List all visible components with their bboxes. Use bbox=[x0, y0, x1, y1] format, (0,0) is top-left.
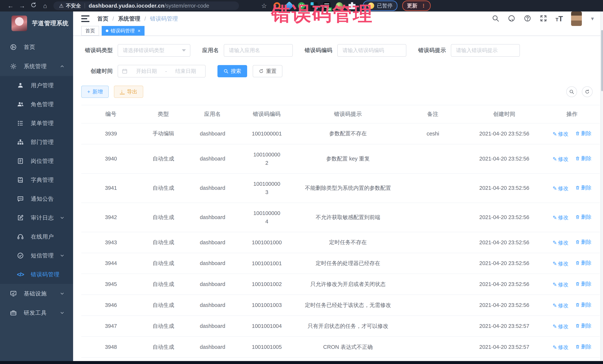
sidebar-item-sms[interactable]: 短信管理 bbox=[0, 246, 73, 265]
table-row: 3946 自动生成 dashboard 1001001003 定时任务已经处于该… bbox=[81, 295, 600, 316]
cell-hint: 不允许获取敏感配置到前端 bbox=[295, 203, 401, 232]
update-button[interactable]: 更新 ⋮ bbox=[402, 0, 431, 11]
edit-link[interactable]: ✎修改 bbox=[553, 185, 568, 192]
sidebar-item-infra[interactable]: 基础设施 bbox=[0, 284, 73, 303]
cell-time: 2021-04-20 23:52:56 bbox=[464, 174, 544, 203]
search-icon[interactable] bbox=[492, 14, 499, 23]
delete-link[interactable]: 删除 bbox=[575, 239, 591, 246]
date-range-picker[interactable]: 开始日期 - 结束日期 bbox=[118, 65, 206, 77]
tab-close-icon[interactable]: × bbox=[138, 28, 140, 34]
tab-home[interactable]: 首页 bbox=[81, 26, 99, 36]
browser-forward-icon[interactable]: → bbox=[16, 2, 28, 10]
app-name-input[interactable] bbox=[224, 44, 293, 57]
browser-back-icon[interactable]: ← bbox=[5, 2, 16, 10]
cell-ops: ✎修改 删除 bbox=[544, 144, 600, 174]
scrollbar-thumb[interactable] bbox=[601, 30, 603, 91]
download-icon bbox=[120, 89, 125, 94]
edit-link[interactable]: ✎修改 bbox=[553, 281, 568, 288]
edit-link[interactable]: ✎修改 bbox=[553, 323, 568, 330]
sidebar-item-home[interactable]: 首页 bbox=[0, 37, 73, 57]
edit-link[interactable]: ✎修改 bbox=[553, 131, 568, 138]
sidebar-item-users[interactable]: 用户管理 bbox=[0, 76, 73, 95]
col-id: 编号 bbox=[81, 105, 141, 123]
url-domain[interactable]: dashboard.yudao.iocoder.cn bbox=[89, 3, 164, 9]
sidebar-item-departments[interactable]: 部门管理 bbox=[0, 133, 73, 152]
cell-ops: ✎修改 删除 bbox=[544, 295, 600, 316]
delete-link[interactable]: 删除 bbox=[575, 130, 591, 137]
browser-reload-icon[interactable] bbox=[28, 2, 39, 10]
cell-time: 2021-04-20 23:52:56 bbox=[464, 232, 544, 253]
refresh-button[interactable] bbox=[582, 86, 593, 97]
delete-link[interactable]: 删除 bbox=[575, 343, 591, 350]
cell-app: dashboard bbox=[186, 274, 239, 295]
add-button[interactable]: + 新增 bbox=[81, 86, 109, 98]
url-path[interactable]: /system/error-code bbox=[164, 3, 209, 9]
sidebar-item-system[interactable]: 系统管理 bbox=[0, 57, 73, 76]
sidebar-item-dev-tools[interactable]: 研发工具 bbox=[0, 303, 73, 322]
delete-link[interactable]: 删除 bbox=[575, 213, 591, 221]
cell-remark bbox=[401, 337, 464, 357]
caret-down-icon[interactable]: ▼ bbox=[590, 16, 595, 22]
cell-hint: 只有开启状态的任务，才可以修改 bbox=[295, 316, 401, 337]
user-avatar[interactable] bbox=[571, 11, 582, 26]
fullscreen-icon[interactable] bbox=[540, 14, 547, 23]
delete-link[interactable]: 删除 bbox=[575, 184, 591, 191]
sidebar-item-dict[interactable]: 字典管理 bbox=[0, 170, 73, 189]
breadcrumb-system[interactable]: 系统管理 bbox=[118, 15, 140, 22]
app-logo-row[interactable]: 芋道管理系统 bbox=[0, 11, 73, 35]
edit-link[interactable]: ✎修改 bbox=[553, 302, 568, 309]
address-bar[interactable]: ⚠ 不安全 dashboard.yudao.iocoder.cn/system/… bbox=[53, 1, 239, 10]
create-time-label: 创建时间 bbox=[81, 67, 113, 75]
bookmark-star-icon[interactable]: ☆ bbox=[261, 2, 267, 10]
sidebar-item-roles[interactable]: 角色管理 bbox=[0, 95, 73, 114]
end-date-placeholder: 结束日期 bbox=[170, 68, 201, 75]
delete-link[interactable]: 删除 bbox=[575, 301, 591, 309]
reset-button[interactable]: 重置 bbox=[253, 65, 282, 77]
error-type-select[interactable] bbox=[118, 44, 190, 57]
export-button[interactable]: 导出 bbox=[114, 86, 143, 98]
sidebar-item-online-users[interactable]: 在线用户 bbox=[0, 227, 73, 246]
cell-code: 1001001005 bbox=[239, 337, 295, 357]
table-header-row: 编号 类型 应用名 错误码编码 错误码提示 备注 创建时间 操作 bbox=[81, 105, 600, 123]
font-size-icon[interactable]: TT bbox=[556, 15, 563, 22]
sidebar-item-notice[interactable]: 通知公告 bbox=[0, 189, 73, 208]
hamburger-icon[interactable] bbox=[81, 15, 89, 22]
annotation-title: 错误码管理 bbox=[271, 1, 373, 27]
sidebar-item-posts[interactable]: 岗位管理 bbox=[0, 152, 73, 170]
filter-row-2: 创建时间 开始日期 - 结束日期 搜索 bbox=[81, 65, 596, 77]
search-button[interactable]: 搜索 bbox=[218, 65, 247, 77]
github-icon[interactable] bbox=[508, 14, 515, 23]
edit-link[interactable]: ✎修改 bbox=[553, 156, 568, 163]
insecure-label[interactable]: 不安全 bbox=[66, 2, 81, 9]
cell-time: 2021-04-20 23:52:56 bbox=[464, 144, 544, 174]
breadcrumb-home[interactable]: 首页 bbox=[97, 15, 108, 22]
sidebar-item-error-code[interactable]: </> 错误码管理 bbox=[0, 265, 73, 284]
delete-link[interactable]: 删除 bbox=[575, 259, 591, 266]
browser-home-icon[interactable]: ⌂ bbox=[39, 2, 51, 10]
edit-link[interactable]: ✎修改 bbox=[553, 344, 568, 351]
sidebar-item-menus[interactable]: 菜单管理 bbox=[0, 114, 73, 133]
show-search-button[interactable] bbox=[566, 86, 577, 97]
cell-hint: 定时任务不存在 bbox=[295, 232, 401, 253]
edit-link[interactable]: ✎修改 bbox=[553, 260, 568, 267]
error-code-input[interactable] bbox=[337, 44, 406, 57]
col-code: 错误码编码 bbox=[239, 105, 295, 123]
error-hint-input[interactable] bbox=[451, 44, 520, 57]
help-icon[interactable] bbox=[524, 14, 531, 23]
delete-link[interactable]: 删除 bbox=[575, 322, 591, 329]
sidebar-item-audit-log[interactable]: 审计日志 bbox=[0, 208, 73, 227]
cell-hint: 参数配置不存在 bbox=[295, 123, 401, 144]
browser-menu-icon[interactable]: ⋮ bbox=[421, 3, 426, 9]
code-icon: </> bbox=[16, 270, 24, 278]
delete-link[interactable]: 删除 bbox=[575, 280, 591, 287]
edit-link[interactable]: ✎修改 bbox=[553, 239, 568, 246]
cell-type: 手动编辑 bbox=[141, 123, 186, 144]
clock-check-icon bbox=[16, 252, 24, 260]
tab-error-code[interactable]: 错误码管理 × bbox=[102, 26, 145, 36]
col-type: 类型 bbox=[141, 105, 186, 123]
edit-link[interactable]: ✎修改 bbox=[553, 214, 568, 221]
cell-app: dashboard bbox=[186, 253, 239, 274]
delete-link[interactable]: 删除 bbox=[575, 155, 591, 162]
breadcrumb-current: 错误码管理 bbox=[150, 15, 178, 22]
window-scrollbar[interactable] bbox=[600, 11, 603, 361]
